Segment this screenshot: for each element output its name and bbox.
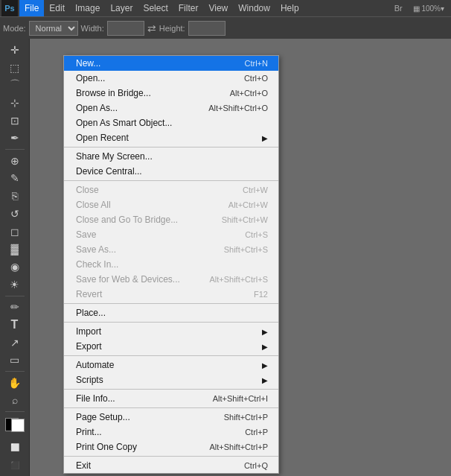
hand-tool[interactable]: ✋	[4, 375, 26, 391]
menu-print[interactable]: Print... Ctrl+P	[64, 425, 278, 439]
menu-edit[interactable]: Edit	[44, 0, 70, 16]
menu-close[interactable]: Close Ctrl+W	[64, 183, 278, 197]
menu-share-screen[interactable]: Share My Screen...	[64, 149, 278, 164]
menu-page-setup[interactable]: Page Setup... Shift+Ctrl+P	[64, 410, 278, 425]
menu-import[interactable]: Import ▶	[64, 324, 278, 339]
menu-open-as[interactable]: Open As... Alt+Shift+Ctrl+O	[64, 101, 278, 115]
left-toolbar: ✛ ⬚ ⌒ ⊹ ⊡ ✒ ⊕ ✎ ⎘ ↺ ◻ ▓ ◉ ☀ ✏ T ↗ ▭ ✋ ⌕ …	[0, 39, 30, 476]
blur-tool[interactable]: ◉	[4, 258, 26, 275]
separator-7	[64, 407, 278, 408]
separator-5	[64, 355, 278, 356]
healing-tool[interactable]: ⊕	[4, 153, 26, 169]
menu-close-bridge[interactable]: Close and Go To Bridge... Shift+Ctrl+W	[64, 212, 278, 227]
separator-2	[64, 180, 278, 181]
background-color[interactable]	[11, 419, 25, 432]
ps-logo: Ps	[1, 0, 18, 16]
tool-separator-3	[5, 371, 25, 372]
menu-save[interactable]: Save Ctrl+S	[64, 227, 278, 242]
mode-label: Mode:	[3, 24, 26, 33]
separator-8	[64, 456, 278, 457]
type-tool[interactable]: T	[4, 317, 26, 333]
separator-6	[64, 389, 278, 390]
height-input[interactable]	[188, 21, 226, 36]
menu-help[interactable]: Help	[275, 0, 304, 16]
view-options[interactable]: ▦ 100%▾	[408, 0, 450, 16]
menu-save-as[interactable]: Save As... Shift+Ctrl+S	[64, 242, 278, 257]
separator-1	[64, 147, 278, 147]
menu-open-recent[interactable]: Open Recent ▶	[64, 130, 278, 145]
tool-separator-4	[5, 411, 25, 412]
menu-open[interactable]: Open... Ctrl+O	[64, 71, 278, 86]
clone-tool[interactable]: ⎘	[4, 188, 26, 204]
menu-new[interactable]: New... Ctrl+N	[64, 56, 278, 71]
menu-revert[interactable]: Revert F12	[64, 287, 278, 302]
menu-file[interactable]: File	[19, 0, 44, 16]
gradient-tool[interactable]: ▓	[4, 241, 26, 257]
width-label: Width:	[81, 24, 104, 33]
brush-tool[interactable]: ✎	[4, 171, 26, 187]
quick-select-tool[interactable]: ⊹	[4, 95, 26, 111]
main-area: ✛ ⬚ ⌒ ⊹ ⊡ ✒ ⊕ ✎ ⎘ ↺ ◻ ▓ ◉ ☀ ✏ T ↗ ▭ ✋ ⌕ …	[0, 39, 451, 476]
history-brush[interactable]: ↺	[4, 206, 26, 222]
pen-tool[interactable]: ✏	[4, 299, 26, 315]
menu-save-web[interactable]: Save for Web & Devices... Alt+Shift+Ctrl…	[64, 272, 278, 287]
menu-file-info[interactable]: File Info... Alt+Shift+Ctrl+I	[64, 391, 278, 406]
screen-mode-btn[interactable]: ⬛	[4, 457, 26, 473]
menu-check-in[interactable]: Check In...	[64, 257, 278, 272]
color-swatches[interactable]	[5, 418, 25, 432]
menu-filter[interactable]: Filter	[173, 0, 204, 16]
menu-place[interactable]: Place...	[64, 305, 278, 320]
crop-tool[interactable]: ⊡	[4, 112, 26, 129]
zoom-tool[interactable]: ⌕	[4, 393, 26, 409]
bridge-icon[interactable]: Br	[389, 0, 408, 16]
options-bar: Mode: Normal Width: ⇄ Height:	[0, 16, 451, 39]
path-select-tool[interactable]: ↗	[4, 334, 26, 351]
menu-exit[interactable]: Exit Ctrl+Q	[64, 458, 278, 473]
menu-close-all[interactable]: Close All Alt+Ctrl+W	[64, 197, 278, 212]
separator-3	[64, 303, 278, 304]
eraser-tool[interactable]: ◻	[4, 223, 26, 240]
file-dropdown-menu[interactable]: New... Ctrl+N Open... Ctrl+O Browse in B…	[63, 55, 279, 474]
menu-window[interactable]: Window	[233, 0, 275, 16]
mode-select[interactable]: Normal	[29, 21, 78, 36]
menu-bar: Ps File Edit Image Layer Select Filter V…	[0, 0, 451, 16]
quick-mask-btn[interactable]: ⬜	[4, 439, 26, 456]
dropdown-overlay: New... Ctrl+N Open... Ctrl+O Browse in B…	[30, 39, 451, 476]
menu-device-central[interactable]: Device Central...	[64, 164, 278, 179]
menu-select[interactable]: Select	[138, 0, 173, 16]
move-tool[interactable]: ✛	[4, 42, 26, 58]
menu-image[interactable]: Image	[70, 0, 105, 16]
canvas-area: New... Ctrl+N Open... Ctrl+O Browse in B…	[30, 39, 451, 476]
dodge-tool[interactable]: ☀	[4, 276, 26, 293]
menu-export[interactable]: Export ▶	[64, 339, 278, 354]
tool-separator-1	[5, 149, 25, 150]
shape-tool[interactable]: ▭	[4, 352, 26, 368]
width-input[interactable]	[107, 21, 144, 36]
menu-print-one-copy[interactable]: Print One Copy Alt+Shift+Ctrl+P	[64, 439, 278, 454]
menu-view[interactable]: View	[203, 0, 233, 16]
separator-4	[64, 322, 278, 323]
menu-browse-bridge[interactable]: Browse in Bridge... Alt+Ctrl+O	[64, 86, 278, 101]
lasso-tool[interactable]: ⌒	[4, 77, 26, 93]
menu-layer[interactable]: Layer	[105, 0, 138, 16]
menu-automate[interactable]: Automate ▶	[64, 358, 278, 372]
menu-open-smart[interactable]: Open As Smart Object...	[64, 115, 278, 130]
menu-scripts[interactable]: Scripts ▶	[64, 372, 278, 387]
height-label: Height:	[159, 24, 185, 33]
marquee-tool[interactable]: ⬚	[4, 60, 26, 76]
tool-separator-2	[5, 296, 25, 296]
eyedropper-tool[interactable]: ✒	[4, 130, 26, 147]
swap-icon[interactable]: ⇄	[147, 22, 156, 34]
